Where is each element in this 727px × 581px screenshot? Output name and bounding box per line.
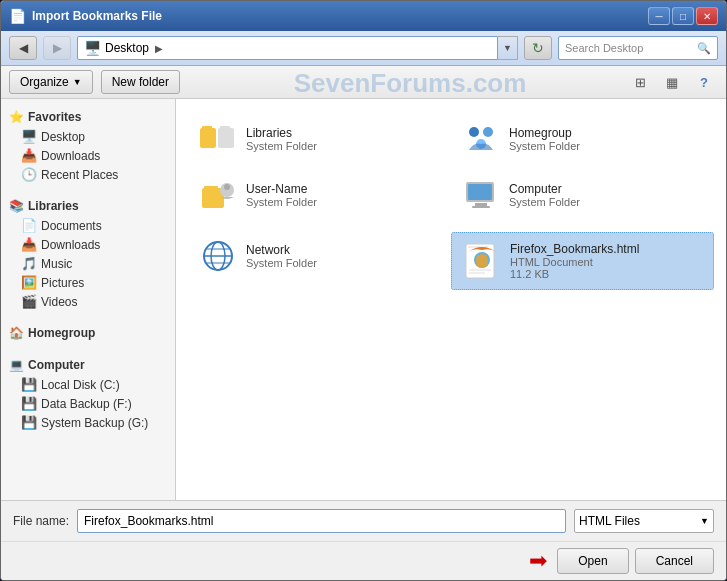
filetype-combo[interactable]: HTML Files ▼ [574, 509, 714, 533]
address-arrow-icon: ▶ [155, 43, 163, 54]
firefox-file-icon [462, 241, 502, 281]
sidebar-item-documents[interactable]: 📄 Documents [1, 216, 175, 235]
sidebar-item-local-disk[interactable]: 💾 Local Disk (C:) [1, 375, 175, 394]
forward-button[interactable]: ▶ [43, 36, 71, 60]
view-toggle-button[interactable]: ▦ [658, 70, 686, 94]
file-area: Libraries System Folder Homegroup Syst [176, 99, 726, 500]
svg-rect-1 [202, 126, 212, 130]
homegroup-section-icon: 🏠 [9, 326, 24, 340]
sidebar-item-downloads-lib[interactable]: 📥 Downloads [1, 235, 175, 254]
username-file-info: User-Name System Folder [246, 182, 317, 208]
file-item-firefox-wrapper: Firefox_Bookmarks.html HTML Document 11.… [451, 232, 714, 290]
sidebar-item-downloads-fav[interactable]: 📥 Downloads [1, 146, 175, 165]
sidebar-computer-header[interactable]: 💻 Computer [1, 355, 175, 375]
data-backup-icon: 💾 [21, 396, 37, 411]
sidebar-item-recent[interactable]: 🕒 Recent Places [1, 165, 175, 184]
sidebar-item-videos[interactable]: 🎬 Videos [1, 292, 175, 311]
svg-rect-0 [200, 128, 216, 148]
search-box[interactable]: Search Desktop 🔍 [558, 36, 718, 60]
sidebar-local-disk-label: Local Disk (C:) [41, 378, 120, 392]
sidebar-item-desktop[interactable]: 🖥️ Desktop [1, 127, 175, 146]
computer-section-icon: 💻 [9, 358, 24, 372]
cancel-button[interactable]: Cancel [635, 548, 714, 574]
file-item-username[interactable]: User-Name System Folder [188, 167, 451, 223]
svg-rect-13 [475, 203, 487, 206]
local-disk-icon: 💾 [21, 377, 37, 392]
file-item-computer[interactable]: Computer System Folder [451, 167, 714, 223]
pictures-icon: 🖼️ [21, 275, 37, 290]
close-button[interactable]: ✕ [696, 7, 718, 25]
libraries-label: Libraries [28, 199, 79, 213]
open-arrow-icon: ➡ [529, 548, 547, 574]
file-item-network[interactable]: Network System Folder [188, 223, 451, 288]
sidebar-item-pictures[interactable]: 🖼️ Pictures [1, 273, 175, 292]
firefox-file-size: 11.2 KB [510, 268, 639, 280]
minimize-button[interactable]: ─ [648, 7, 670, 25]
sidebar-documents-label: Documents [41, 219, 102, 233]
filename-input[interactable] [77, 509, 566, 533]
homegroup-file-desc: System Folder [509, 140, 580, 152]
homegroup-file-icon [461, 119, 501, 159]
address-dropdown-button[interactable]: ▼ [498, 36, 518, 60]
computer-label: Computer [28, 358, 85, 372]
title-bar: 📄 Import Bookmarks File ─ □ ✕ [1, 1, 726, 31]
organize-button[interactable]: Organize ▼ [9, 70, 93, 94]
sidebar-section-libraries: 📚 Libraries 📄 Documents 📥 Downloads 🎵 Mu… [1, 196, 175, 311]
sidebar-spacer [1, 188, 175, 196]
file-item-homegroup[interactable]: Homegroup System Folder [451, 111, 714, 167]
sidebar-favorites-header[interactable]: ⭐ Favorites [1, 107, 175, 127]
toolbar: Organize ▼ New folder ⊞ ▦ ? SevenForums.… [1, 66, 726, 99]
sidebar-item-music[interactable]: 🎵 Music [1, 254, 175, 273]
sidebar-item-system-backup[interactable]: 💾 System Backup (G:) [1, 413, 175, 432]
svg-rect-12 [468, 184, 492, 200]
username-file-desc: System Folder [246, 196, 317, 208]
sidebar-spacer2 [1, 315, 175, 323]
help-button[interactable]: ? [690, 70, 718, 94]
dialog-window: 📄 Import Bookmarks File ─ □ ✕ ◀ ▶ 🖥️ Des… [0, 0, 727, 581]
dialog-icon: 📄 [9, 8, 26, 24]
sidebar-homegroup-header[interactable]: 🏠 Homegroup [1, 323, 175, 343]
sidebar-downloads-fav-label: Downloads [41, 149, 100, 163]
file-item-libraries[interactable]: Libraries System Folder [188, 111, 451, 167]
file-name-label: File name: [13, 514, 69, 528]
search-placeholder: Search Desktop [565, 42, 643, 54]
file-item-firefox[interactable]: Firefox_Bookmarks.html HTML Document 11.… [451, 232, 714, 290]
network-file-icon [198, 236, 238, 276]
music-icon: 🎵 [21, 256, 37, 271]
open-button[interactable]: Open [557, 548, 628, 574]
libraries-file-desc: System Folder [246, 140, 317, 152]
videos-icon: 🎬 [21, 294, 37, 309]
libraries-file-icon [198, 119, 238, 159]
network-file-name: Network [246, 243, 317, 257]
libraries-section-icon: 📚 [9, 199, 24, 213]
address-icon: 🖥️ [84, 40, 101, 56]
filetype-label: HTML Files [579, 514, 640, 528]
username-file-name: User-Name [246, 182, 317, 196]
view-options-button[interactable]: ⊞ [626, 70, 654, 94]
network-file-desc: System Folder [246, 257, 317, 269]
new-folder-button[interactable]: New folder [101, 70, 180, 94]
sidebar-libraries-header[interactable]: 📚 Libraries [1, 196, 175, 216]
documents-icon: 📄 [21, 218, 37, 233]
address-bar: ◀ ▶ 🖥️ Desktop ▶ ▼ ↻ Search Desktop 🔍 [1, 31, 726, 66]
computer-file-info: Computer System Folder [509, 182, 580, 208]
address-combo[interactable]: 🖥️ Desktop ▶ [77, 36, 498, 60]
sidebar-videos-label: Videos [41, 295, 77, 309]
back-button[interactable]: ◀ [9, 36, 37, 60]
sidebar-music-label: Music [41, 257, 72, 271]
sidebar-section-computer: 💻 Computer 💾 Local Disk (C:) 💾 Data Back… [1, 355, 175, 432]
bottom-bar: File name: HTML Files ▼ [1, 500, 726, 541]
maximize-button[interactable]: □ [672, 7, 694, 25]
sidebar-item-data-backup[interactable]: 💾 Data Backup (F:) [1, 394, 175, 413]
sidebar-section-favorites: ⭐ Favorites 🖥️ Desktop 📥 Downloads 🕒 Rec… [1, 107, 175, 184]
svg-rect-3 [220, 126, 230, 130]
favorites-label: Favorites [28, 110, 81, 124]
desktop-icon: 🖥️ [21, 129, 37, 144]
new-folder-label: New folder [112, 75, 169, 89]
toolbar-right: ⊞ ▦ ? [626, 70, 718, 94]
title-bar-left: 📄 Import Bookmarks File [9, 8, 162, 24]
address-text: Desktop [105, 41, 149, 55]
libraries-file-info: Libraries System Folder [246, 126, 317, 152]
firefox-file-name: Firefox_Bookmarks.html [510, 242, 639, 256]
refresh-button[interactable]: ↻ [524, 36, 552, 60]
